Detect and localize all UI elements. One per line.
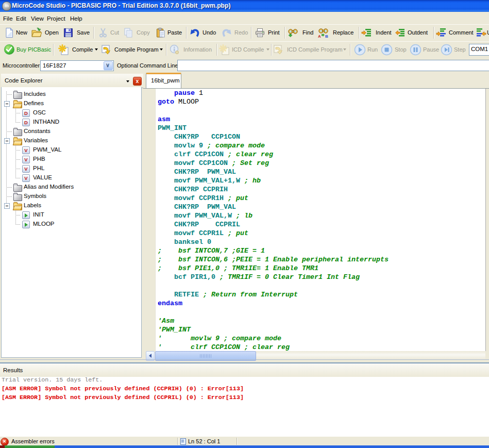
- svg-text:A: A: [318, 34, 321, 38]
- svg-text:B: B: [325, 34, 328, 38]
